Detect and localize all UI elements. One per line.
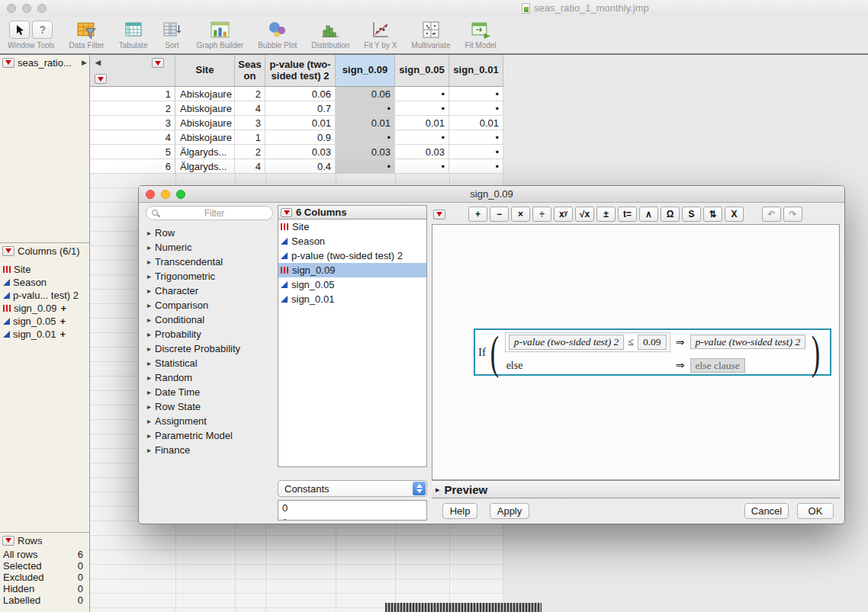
sidebar-column-item[interactable]: sign_0.09 +	[0, 302, 89, 315]
help-tool-button[interactable]: ?	[32, 21, 53, 39]
columns-red-triangle-menu[interactable]	[2, 246, 14, 256]
bottom-hatch-scrollbar[interactable]	[385, 603, 542, 612]
swap-terms-button[interactable]: S	[682, 207, 701, 222]
cell-pvalue[interactable]: 0.9	[265, 130, 336, 145]
preview-section-header[interactable]: ▸ Preview	[432, 480, 840, 498]
cell-site[interactable]: Abiskojaure	[175, 116, 235, 130]
columns-list-red-triangle-menu[interactable]	[281, 208, 292, 217]
toolbar-multivariate[interactable]: Multivariate	[411, 19, 450, 50]
function-category-item[interactable]: ▸ Finance	[146, 443, 273, 457]
toolbar-distribution[interactable]: Distribution	[311, 19, 349, 50]
table-red-triangle-menu[interactable]	[2, 58, 14, 68]
glue-button[interactable]: ⇅	[703, 207, 722, 222]
row-number[interactable]: 4	[90, 130, 175, 145]
column-header-season[interactable]: Season	[235, 55, 265, 87]
column-list-item[interactable]: p-value (two-sided test) 2	[278, 248, 426, 263]
comparator-operator[interactable]: ≤	[628, 336, 634, 348]
function-category-item[interactable]: ▸ Trigonometric	[146, 269, 273, 284]
cell-sign-005[interactable]: •	[395, 101, 449, 116]
if-expression-box[interactable]: If ( p-value (two-sided test) 2 ≤ 0.09 ⇒…	[474, 328, 831, 376]
cell-site[interactable]: Abiskojaure	[175, 101, 235, 116]
function-category-item[interactable]: ▸ Date Time	[146, 385, 273, 399]
filter-search-field[interactable]	[146, 206, 273, 220]
row-number[interactable]: 1	[90, 87, 175, 101]
table-row[interactable]: 6 Älgaryds... 4 0.4 • • •	[90, 159, 503, 174]
column-list-item[interactable]: Site	[278, 219, 426, 234]
column-header-sign-009[interactable]: sign_0.09	[336, 55, 395, 87]
cell-sign-005[interactable]: •	[395, 87, 449, 101]
table-row[interactable]: 4 Abiskojaure 1 0.9 • • •	[90, 130, 503, 145]
cell-sign-001[interactable]: •	[449, 101, 503, 116]
sidebar-column-item[interactable]: Season	[0, 276, 89, 289]
toolbar-tabulate[interactable]: Tabulate	[119, 19, 148, 50]
clear-button[interactable]: X	[725, 207, 744, 222]
root-button[interactable]: √x	[575, 207, 594, 222]
cell-sign-009[interactable]: 0.01	[336, 116, 395, 130]
redo-button[interactable]: ↷	[783, 207, 802, 222]
constants-dropdown[interactable]: Constants	[278, 480, 427, 497]
collapse-panel-icon[interactable]: ◀	[95, 59, 101, 66]
toolbar-bubble-plot[interactable]: Bubble Plot	[258, 19, 297, 50]
sidebar-column-item[interactable]: sign_0.05 +	[0, 315, 89, 328]
cell-pvalue[interactable]: 0.7	[265, 101, 336, 116]
function-category-item[interactable]: ▸ Discrete Probability	[146, 341, 273, 356]
sidebar-column-item[interactable]: sign_0.01 +	[0, 328, 89, 341]
arrow-tool-button[interactable]	[9, 21, 30, 39]
toolbar-data-filter[interactable]: Data Filter	[69, 19, 104, 50]
dialog-close-button[interactable]	[146, 190, 155, 199]
cell-season[interactable]: 2	[235, 145, 265, 159]
condition-column-term[interactable]: p-value (two-sided test) 2	[509, 335, 625, 350]
cell-site[interactable]: Älgaryds...	[175, 159, 235, 174]
cell-sign-009[interactable]: •	[336, 130, 395, 145]
cell-site[interactable]: Älgaryds...	[175, 145, 235, 159]
function-category-item[interactable]: ▸ Parametric Model	[146, 428, 273, 443]
column-header-pvalue[interactable]: p-value (two-sided test) 2	[265, 55, 336, 87]
cell-sign-001[interactable]: •	[449, 145, 503, 159]
cell-sign-005[interactable]: •	[395, 159, 449, 174]
column-header-sign-005[interactable]: sign_0.05	[395, 55, 449, 87]
cell-season[interactable]: 3	[235, 116, 265, 130]
dialog-minimize-button[interactable]	[161, 190, 170, 199]
column-list-item[interactable]: Season	[278, 234, 426, 248]
row-number[interactable]: 5	[90, 145, 175, 159]
sidebar-column-item[interactable]: p-valu... test) 2	[0, 289, 89, 302]
cell-sign-005[interactable]: •	[395, 130, 449, 145]
cell-sign-001[interactable]: •	[449, 159, 503, 174]
function-category-item[interactable]: ▸ Row State	[146, 399, 273, 414]
function-category-item[interactable]: ▸ Comparison	[146, 298, 273, 312]
function-category-item[interactable]: ▸ Random	[146, 370, 273, 385]
cell-site[interactable]: Abiskojaure	[175, 87, 235, 101]
column-list-item[interactable]: sign_0.01	[278, 292, 426, 306]
column-header-sign-001[interactable]: sign_0.01	[449, 55, 503, 87]
close-button[interactable]	[7, 4, 16, 13]
function-category-item[interactable]: ▸ Row	[146, 226, 273, 240]
row-number[interactable]: 6	[90, 159, 175, 174]
cell-sign-009[interactable]: •	[336, 159, 395, 174]
cell-site[interactable]: Abiskojaure	[175, 130, 235, 145]
local-assign-button[interactable]: t=	[618, 207, 637, 222]
column-header-site[interactable]: Site	[175, 55, 235, 87]
apply-button[interactable]: Apply	[490, 503, 529, 519]
cancel-button[interactable]: Cancel	[744, 503, 789, 519]
cell-sign-001[interactable]: •	[449, 87, 503, 101]
cell-sign-009[interactable]: 0.03	[336, 145, 395, 159]
table-row[interactable]: 2 Abiskojaure 4 0.7 • • •	[90, 101, 503, 116]
cell-sign-009[interactable]: 0.06	[336, 87, 395, 101]
expand-panel-icon[interactable]: ▶	[82, 59, 87, 66]
divide-button[interactable]: ÷	[532, 207, 551, 222]
else-clause-term[interactable]: else clause	[690, 358, 745, 373]
table-row[interactable]: 5 Älgaryds... 2 0.03 0.03 0.03 •	[90, 145, 503, 159]
power-button[interactable]: xʸ	[554, 207, 573, 222]
row-number[interactable]: 3	[90, 116, 175, 130]
zoom-button[interactable]	[37, 4, 47, 13]
cell-season[interactable]: 4	[235, 159, 265, 174]
then-expression-term[interactable]: p-value (two-sided test) 2	[690, 335, 806, 349]
function-category-item[interactable]: ▸ Probability	[146, 327, 273, 341]
help-button[interactable]: Help	[442, 503, 477, 519]
function-category-item[interactable]: ▸ Assignment	[146, 414, 273, 428]
constant-value[interactable]: 0	[278, 501, 426, 515]
cell-sign-005[interactable]: 0.01	[395, 116, 449, 130]
function-category-item[interactable]: ▸ Transcendental	[146, 255, 273, 269]
rows-corner-red-triangle-menu[interactable]	[95, 74, 107, 84]
table-row[interactable]: 3 Abiskojaure 3 0.01 0.01 0.01 0.01	[90, 116, 503, 130]
